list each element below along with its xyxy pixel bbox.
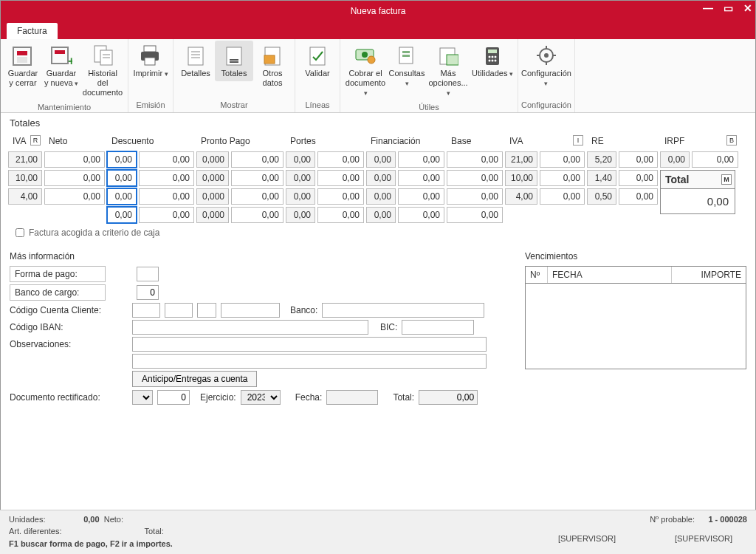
fecha-input[interactable] [326, 390, 378, 405]
history-icon [91, 44, 114, 67]
bic-input[interactable] [402, 320, 474, 335]
status-bar: Unidades: 0,00 Neto: Art. diferentes: To… [0, 510, 756, 555]
svg-point-36 [489, 60, 491, 62]
iban-input[interactable] [132, 320, 368, 335]
other-data-icon [261, 44, 284, 67]
svg-rect-13 [188, 47, 203, 65]
neto-cell[interactable]: 0,00 [44, 151, 105, 168]
group-emision: Imprimir Emisión [128, 39, 173, 112]
guardar-cerrar-button[interactable]: Guardar y cerrar [4, 41, 42, 91]
svg-rect-32 [488, 49, 497, 53]
banco-cargo-input[interactable] [137, 285, 159, 300]
calculator-icon [481, 44, 504, 67]
totales-title: Totales [1, 113, 755, 130]
supervisor-1: [SUPERVISOR] [558, 533, 616, 545]
iva-cell[interactable]: 4,00 [8, 188, 42, 205]
venc-col-importe: IMPORTE [672, 267, 746, 283]
consultas-button[interactable]: Consultas [388, 41, 426, 91]
svg-point-38 [495, 60, 497, 62]
svg-point-33 [489, 56, 491, 58]
detalles-button[interactable]: Detalles [176, 41, 215, 81]
ejercicio-select[interactable]: 2023 [241, 390, 281, 405]
svg-rect-2 [17, 57, 27, 63]
descuento-val[interactable]: 0,00 [139, 170, 194, 186]
col-irpf: IRPFB 0,000,00 TotalM 0,00 [660, 133, 738, 223]
svg-rect-21 [264, 55, 275, 64]
col-iva2: IVAI 21,000,00 10,000,00 4,000,00 [505, 133, 585, 223]
doc-rect-num[interactable] [157, 390, 190, 405]
validar-button[interactable]: Validar [298, 41, 337, 81]
venc-col-fecha: FECHA [548, 267, 672, 283]
ccc-4[interactable] [221, 303, 280, 318]
maximize-button[interactable]: ▭ [724, 2, 733, 14]
status-hint: F1 buscar forma de pago, F2 ir a importe… [9, 539, 173, 548]
ccc-2[interactable] [165, 303, 193, 318]
svg-text:+: + [68, 55, 72, 66]
svg-rect-12 [145, 58, 155, 65]
utilidades-button[interactable]: Utilidades [470, 41, 515, 81]
iva-cell[interactable]: 21,00 [8, 151, 42, 168]
obs-input-1[interactable] [132, 337, 487, 352]
otros-datos-button[interactable]: Otros datos [253, 41, 292, 91]
neto-cell[interactable]: 0,00 [44, 188, 105, 205]
col-base: Base 0,00 0,00 0,00 0,00 [447, 133, 503, 223]
svg-rect-1 [17, 51, 27, 55]
save-close-icon [11, 44, 35, 67]
ribbon: Guardar y cerrar + Guardar y nueva Histo… [1, 39, 755, 113]
svg-rect-4 [55, 50, 65, 54]
printer-icon [139, 44, 162, 67]
guardar-nueva-button[interactable]: + Guardar y nueva [42, 41, 80, 91]
criterio-caja-check[interactable] [16, 228, 24, 237]
group-mantenimiento: Guardar y cerrar + Guardar y nueva Histo… [1, 39, 128, 112]
col-iva: IVAR 21,00 10,00 4,00 [8, 133, 42, 223]
svg-rect-28 [402, 55, 410, 57]
mas-opciones-button[interactable]: Más opciones... [426, 41, 470, 101]
totals-icon [222, 44, 246, 67]
svg-point-24 [362, 52, 368, 58]
descuento-val[interactable]: 0,00 [139, 207, 194, 223]
tab-factura[interactable]: Factura [7, 23, 58, 39]
descuento-pct[interactable]: 0,00 [107, 170, 137, 186]
ccc-1[interactable] [132, 303, 160, 318]
badge-m[interactable]: M [721, 174, 732, 185]
obs-input-2[interactable] [132, 354, 487, 369]
historial-button[interactable]: Historial del documento [80, 41, 125, 101]
descuento-pct[interactable]: 0,00 [107, 188, 137, 205]
totales-button[interactable]: Totales [215, 41, 253, 81]
total-input[interactable] [419, 390, 478, 405]
svg-point-34 [492, 56, 494, 58]
forma-pago-input[interactable] [137, 267, 159, 281]
config-button[interactable]: Configuración [524, 41, 568, 91]
descuento-val[interactable]: 0,00 [139, 151, 194, 168]
banco-cargo-label: Banco de cargo: [10, 284, 106, 301]
query-icon [395, 44, 419, 67]
money-icon [354, 44, 377, 67]
imprimir-button[interactable]: Imprimir [131, 41, 170, 81]
close-button[interactable]: ✕ [743, 2, 752, 14]
doc-rect-serie[interactable] [132, 390, 153, 405]
mas-info-panel: Más información Forma de pago: Banco de … [10, 251, 510, 407]
badge-i[interactable]: I [573, 135, 583, 146]
venc-col-no: Nº [526, 267, 548, 283]
minimize-button[interactable]: — [703, 2, 713, 14]
venc-body[interactable] [526, 284, 746, 369]
badge-r[interactable]: R [30, 135, 41, 146]
group-lineas: Validar Líneas [295, 39, 340, 112]
svg-rect-10 [144, 46, 156, 52]
descuento-val[interactable]: 0,00 [139, 188, 194, 205]
svg-point-37 [492, 60, 494, 62]
col-re: RE 5,200,00 1,400,00 0,500,00 [587, 133, 658, 223]
iva-cell[interactable]: 10,00 [8, 170, 42, 186]
anticipo-button[interactable]: Anticipo/Entregas a cuenta [132, 371, 257, 387]
svg-rect-3 [52, 47, 68, 64]
cobrar-button[interactable]: Cobrar el documento [343, 41, 388, 101]
descuento-pct[interactable]: 0,00 [107, 207, 137, 223]
svg-point-35 [495, 56, 497, 58]
banco-input[interactable] [322, 303, 484, 318]
ccc-3[interactable] [197, 303, 216, 318]
descuento-pct[interactable]: 0,00 [107, 151, 137, 168]
neto-cell[interactable]: 0,00 [44, 170, 105, 186]
badge-b[interactable]: B [726, 135, 737, 146]
group-config: Configuración Configuración [518, 39, 575, 112]
svg-rect-27 [402, 51, 410, 53]
